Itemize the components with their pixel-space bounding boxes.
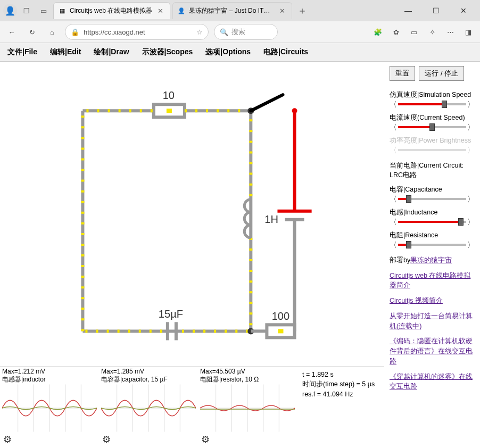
favicon-icon: ▦ <box>58 7 67 15</box>
lock-icon: 🔒 <box>71 28 79 36</box>
refresh-button[interactable]: ↻ <box>24 24 39 39</box>
link-fog-book[interactable]: 《穿越计算机的迷雾》在线交互电路 <box>390 372 475 392</box>
slider-track[interactable] <box>398 244 466 246</box>
chevron-right-icon[interactable]: 〉 <box>467 101 475 108</box>
more-icon[interactable]: ⋯ <box>443 24 458 39</box>
browser-tab-inactive[interactable]: 👤 果冻的猿宇宙 – Just Do IT，放胆 ✕ <box>172 2 292 19</box>
link-code-book[interactable]: 《编码：隐匿在计算机软硬件背后的语言》在线交互电路 <box>390 336 475 366</box>
current-circuit-label: 当前电路|Current Circuit: <box>390 161 475 171</box>
chevron-left-icon[interactable]: 〈 <box>390 123 397 131</box>
search-placeholder: 搜索 <box>231 27 245 37</box>
extension-icon[interactable]: 🧩 <box>370 24 385 39</box>
slider-resistance: 电阻|Resistance 〈 〉 <box>390 231 475 248</box>
slider-label: 电阻|Resistance <box>390 231 475 240</box>
chevron-left-icon[interactable]: 〈 <box>390 195 397 203</box>
slider-track[interactable] <box>398 126 466 128</box>
deploy-info: 部署by果冻的猿宇宙 <box>390 256 475 266</box>
gear-icon[interactable]: ⚙ <box>102 434 111 445</box>
profile-avatar[interactable]: 👤 <box>3 4 17 18</box>
slider-track[interactable] <box>398 198 466 200</box>
address-bar[interactable]: 🔒 ☆ <box>65 24 209 40</box>
url-input[interactable] <box>82 28 193 37</box>
search-bar[interactable]: 🔍 搜索 <box>214 24 278 40</box>
menu-circuits[interactable]: 电路|Circuits <box>263 47 308 57</box>
resistor-bottom-label: 100 <box>272 310 289 322</box>
svg-point-17 <box>292 108 297 113</box>
control-sidebar: 重置 运行 / 停止 仿真速度|Simulation Speed 〈 〉 电流速… <box>384 62 480 448</box>
gear-icon[interactable]: ⚙ <box>3 434 12 445</box>
slider-sim-speed: 仿真速度|Simulation Speed 〈 〉 <box>390 90 475 108</box>
svg-rect-18 <box>167 109 172 113</box>
link-intro[interactable]: Circuitjs web 在线电路模拟器简介 <box>390 271 475 291</box>
close-icon[interactable]: ✕ <box>277 7 287 15</box>
current-circuit-name: LRC电路 <box>390 171 475 180</box>
inductor-label: 1H <box>264 213 278 225</box>
reset-button[interactable]: 重置 <box>390 66 415 81</box>
maximize-button[interactable]: ☐ <box>427 3 445 18</box>
gear-icon[interactable]: ⚙ <box>201 434 210 445</box>
chevron-left-icon[interactable]: 〈 <box>390 218 397 226</box>
search-icon: 🔍 <box>220 28 228 36</box>
svg-rect-19 <box>278 329 283 333</box>
new-tab-button[interactable]: ＋ <box>294 3 310 19</box>
scope-max: Max=1.212 mV <box>2 368 97 376</box>
scope-inductor[interactable]: Max=1.212 mV 电感器|inductor ⚙ <box>0 367 99 448</box>
window-controls: — ☐ ✕ <box>399 3 477 18</box>
menu-scopes[interactable]: 示波器|Scopes <box>142 47 193 57</box>
collections-icon[interactable]: ▭ <box>407 24 421 39</box>
sim-resf: res.f = 41.094 Hz <box>302 389 379 400</box>
menu-options[interactable]: 选项|Options <box>205 47 251 57</box>
minimize-button[interactable]: — <box>399 3 417 18</box>
home-button[interactable]: ⌂ <box>45 24 60 39</box>
menu-file[interactable]: 文件|File <box>7 47 37 57</box>
sidebar-toggle-icon[interactable]: ◨ <box>461 24 476 39</box>
scope-resistor[interactable]: Max=45.503 µV 电阻器|resistor, 10 Ω ⚙ <box>198 367 297 448</box>
slider-label: 电流速度(Current Speed) <box>390 113 475 122</box>
scope-name: 电感器|inductor <box>2 376 97 384</box>
title-bar: 👤 ❐ ▭ ▦ Circuitjs web 在线电路模拟器 ✕ 👤 果冻的猿宇宙… <box>0 0 480 21</box>
page-content: 文件|File 编辑|Edit 绘制|Draw 示波器|Scopes 选项|Op… <box>0 43 480 448</box>
menu-draw[interactable]: 绘制|Draw <box>94 47 129 57</box>
slider-label: 电容|Capacitance <box>390 185 475 194</box>
scope-max: Max=1.285 mV <box>101 368 196 376</box>
slider-track[interactable] <box>398 103 466 105</box>
close-icon[interactable]: ✕ <box>155 7 165 15</box>
close-button[interactable]: ✕ <box>454 3 473 18</box>
chevron-right-icon: 〉 <box>467 146 475 154</box>
slider-inductance: 电感|Inductance 〈 〉 <box>390 208 475 226</box>
back-button[interactable]: ← <box>4 24 19 39</box>
slider-label: 功率亮度|Power Brightness <box>390 136 475 145</box>
extensions-button[interactable]: ✿ <box>388 24 403 39</box>
chevron-left-icon[interactable]: 〈 <box>390 101 397 108</box>
link-video[interactable]: Circuitjs 视频简介 <box>390 296 475 306</box>
svg-line-10 <box>251 95 283 111</box>
chevron-right-icon[interactable]: 〉 <box>467 218 475 226</box>
slider-track[interactable] <box>398 221 466 223</box>
chevron-right-icon[interactable]: 〉 <box>467 241 475 248</box>
tab-actions-icon[interactable]: ▭ <box>36 3 51 18</box>
star-icon[interactable]: ☆ <box>196 28 203 36</box>
app-menubar: 文件|File 编辑|Edit 绘制|Draw 示波器|Scopes 选项|Op… <box>0 43 480 62</box>
browser-tab-active[interactable]: ▦ Circuitjs web 在线电路模拟器 ✕ <box>53 2 170 19</box>
slider-power-brightness: 功率亮度|Power Brightness 〈 〉 <box>390 136 475 154</box>
scope-max: Max=45.503 µV <box>200 368 295 376</box>
favorites-icon[interactable]: ✧ <box>425 24 440 39</box>
browser-toolbar: ← ↻ ⌂ 🔒 ☆ 🔍 搜索 🧩 ✿ ▭ ✧ ⋯ ◨ <box>0 21 480 43</box>
slider-capacitance: 电容|Capacitance 〈 〉 <box>390 185 475 203</box>
tab-title: 果冻的猿宇宙 – Just Do IT，放胆 <box>189 6 274 15</box>
tab-title: Circuitjs web 在线电路模拟器 <box>70 6 152 15</box>
browser-window: 👤 ❐ ▭ ▦ Circuitjs web 在线电路模拟器 ✕ 👤 果冻的猿宇宙… <box>0 0 480 43</box>
link-computer-series[interactable]: 从零开始打造一台简易计算机(连载中) <box>390 311 475 331</box>
chevron-left-icon[interactable]: 〈 <box>390 241 397 248</box>
deploy-link[interactable]: 果冻的猿宇宙 <box>410 256 452 264</box>
scope-capacitor[interactable]: Max=1.285 mV 电容器|capacitor, 15 µF ⚙ <box>99 367 198 448</box>
chevron-right-icon[interactable]: 〉 <box>467 195 475 203</box>
chevron-right-icon[interactable]: 〉 <box>467 123 475 131</box>
menu-edit[interactable]: 编辑|Edit <box>50 47 81 57</box>
scope-name: 电容器|capacitor, 15 µF <box>101 376 196 384</box>
resistor-top-label: 10 <box>163 89 175 101</box>
workspaces-icon[interactable]: ❐ <box>19 3 34 18</box>
slider-track <box>398 149 466 151</box>
circuit-canvas[interactable]: 10 1H 15µF 100 <box>0 62 384 366</box>
run-stop-button[interactable]: 运行 / 停止 <box>419 66 464 81</box>
